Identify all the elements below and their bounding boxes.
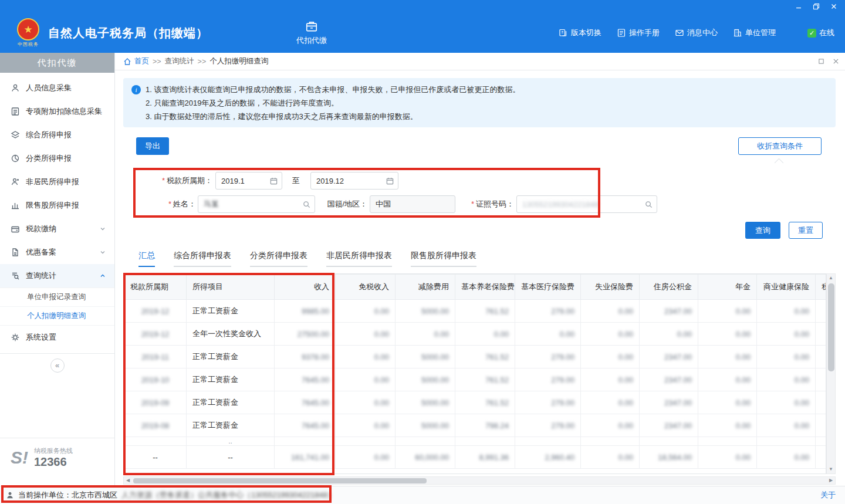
notice-line-3: 3. 由于数据处理的滞后性，建议您在申报成功3天之后再来查询最新的申报数据。 [146,110,418,123]
minimize-icon[interactable] [795,2,803,11]
hotline-label: 纳税服务热线 [34,447,73,455]
chevron-up-icon [99,272,106,279]
tab-comprehensive-income-form[interactable]: 综合所得申报表 [174,251,231,267]
sidebar-subitem-personal-withholding-query[interactable]: 个人扣缴明细查询 [0,306,114,325]
scroll-up-icon[interactable]: ▲ [827,274,835,282]
sidebar-item-comprehensive-income[interactable]: 综合所得申报 [0,123,114,147]
tab-nonresident-income-form[interactable]: 非居民所得申报表 [326,251,392,267]
table-row[interactable]: 2019-10正常工资薪金7645.000.005000.00761.52279… [124,368,827,391]
tab-summary[interactable]: 汇总 [138,251,155,267]
table-cell: 0.00 [698,323,757,346]
sidebar-item-query-statistics[interactable]: 查询统计 [0,264,114,287]
sidebar-item-tax-payment[interactable]: 税款缴纳 [0,217,114,241]
breadcrumb-current: 个人扣缴明细查询 [209,56,268,66]
table-cell [816,414,827,437]
table-header-row: 税款所属期所得项目收入免税收入减除费用基本养老保险费基本医疗保险费失业保险费住房… [124,275,827,300]
table-cell: 0.00 [455,323,515,346]
table-cell: .. [187,437,275,446]
table-cell: 2347.00 [640,368,698,391]
sidebar-item-preference-filing[interactable]: 优惠备案 [0,241,114,264]
table-cell: 761.52 [455,346,515,368]
breadcrumb-level1[interactable]: 查询统计 [165,56,194,66]
tab-withholding-module[interactable]: 代扣代缴 [296,20,327,46]
breadcrumb-home[interactable]: 首页 [134,56,149,66]
person-outline-icon [11,177,20,187]
period-to-input[interactable] [311,172,398,189]
table-cell: 0.00 [336,368,396,391]
table-cell: 761.52 [455,391,515,414]
query-button[interactable]: 查询 [745,222,780,239]
tab-window-controls [818,58,839,65]
table-row[interactable]: 2019-12正常工资薪金9985.000.005000.00761.52279… [124,300,827,323]
table-cell: 0.00 [698,414,757,437]
national-emblem-logo: ★ 中国税务 [15,18,41,48]
nav-unit-management[interactable]: 单位管理 [733,28,776,38]
name-label: *姓名： [158,195,196,213]
scroll-down-icon[interactable]: ▼ [827,465,835,473]
name-input[interactable] [198,196,315,212]
table-row-partial: .. [124,437,827,446]
notice-line-1: 1. 该查询统计表仅能查询已申报成功的数据，不包含未申报、申报失败，已申报但已作… [146,83,520,96]
table-cell: 2347.00 [640,300,698,323]
table-cell: 0.00 [698,300,757,323]
export-button[interactable]: 导出 [136,137,169,155]
table-cell: 5000.00 [396,391,455,414]
collapse-query-button[interactable]: 收折查询条件 [738,137,822,155]
table-cell: 正常工资薪金 [187,368,275,391]
scroll-left-icon[interactable]: ◀ [124,477,132,484]
list-icon [11,107,20,116]
person-icon [11,83,20,93]
table-cell: 2,960.40 [515,446,581,469]
table-cell [581,437,640,446]
hotline-logo-icon: S! [11,449,28,466]
search-icon[interactable] [644,200,653,209]
horizontal-scrollbar[interactable]: ◀ ▶ [123,476,836,485]
table-row[interactable]: 2019-08正常工资薪金7645.000.005000.00798.24279… [124,414,827,437]
document-icon [11,248,20,257]
sidebar-subitem-unit-declaration-query[interactable]: 单位申报记录查询 [0,287,114,306]
nationality-input[interactable] [370,196,455,212]
sidebar: 代扣代缴 人员信息采集 专项附加扣除信息采集 综合所得申报 分类所得申报 非居民… [0,53,115,485]
table-cell: 正常工资薪金 [187,391,275,414]
table-cell: 798.24 [455,414,515,437]
window-titlebar [0,0,845,13]
tab-restricted-shares-form[interactable]: 限售股所得申报表 [411,251,476,267]
vertical-scrollbar[interactable]: ▲ ▼ [826,273,836,474]
about-link[interactable]: 关于 [820,490,836,500]
reset-button[interactable]: 重置 [789,222,823,239]
calendar-icon[interactable] [386,177,394,185]
nav-unit-management-label: 单位管理 [745,28,776,38]
close-icon[interactable] [830,2,838,11]
search-icon[interactable] [302,200,311,209]
nav-message-center[interactable]: 消息中心 [675,28,718,38]
sidebar-item-label: 查询统计 [26,270,93,281]
id-number-input[interactable] [517,196,657,212]
restore-icon[interactable] [812,2,820,11]
table-row[interactable]: 2019-09正常工资薪金7645.000.005000.00761.52279… [124,391,827,414]
table-cell: 279.00 [515,300,581,323]
tab-close-icon[interactable] [833,58,839,65]
tab-restore-icon[interactable] [818,58,824,65]
sidebar-collapse-button[interactable]: « [50,358,65,373]
table-row[interactable]: 2019-11正常工资薪金9378.000.005000.00761.52279… [124,346,827,368]
table-cell: 8,991.36 [455,446,515,469]
sidebar-item-special-deduction[interactable]: 专项附加扣除信息采集 [0,100,114,123]
result-tabs: 汇总 综合所得申报表 分类所得申报表 非居民所得申报表 限售股所得申报表 [138,251,476,267]
sidebar-item-classified-income[interactable]: 分类所得申报 [0,147,114,170]
table-cell: 0.00 [757,414,816,437]
nav-manual[interactable]: 操作手册 [617,28,660,38]
current-unit-blurred: 人力资源（劳务派遣）公共服务中心（130552199304221848） [121,490,335,500]
calendar-icon[interactable] [269,177,278,185]
vertical-scroll-thumb[interactable] [828,283,834,371]
scroll-right-icon[interactable]: ▶ [827,477,835,484]
tab-classified-income-form[interactable]: 分类所得申报表 [250,251,307,267]
sidebar-item-nonresident-income[interactable]: 非居民所得申报 [0,170,114,194]
sidebar-item-personnel-info[interactable]: 人员信息采集 [0,76,114,100]
period-from-field [215,172,282,190]
nav-version-switch[interactable]: 版本切换 [559,28,601,38]
table-row[interactable]: 2019-12全年一次性奖金收入27500.000.000.000.000.00… [124,323,827,346]
horizontal-scroll-thumb[interactable] [133,478,427,483]
sidebar-item-restricted-shares[interactable]: 限售股所得申报 [0,194,114,217]
nav-online-status[interactable]: ✓ 在线 [807,28,834,38]
sidebar-item-system-settings[interactable]: 系统设置 [0,325,114,349]
